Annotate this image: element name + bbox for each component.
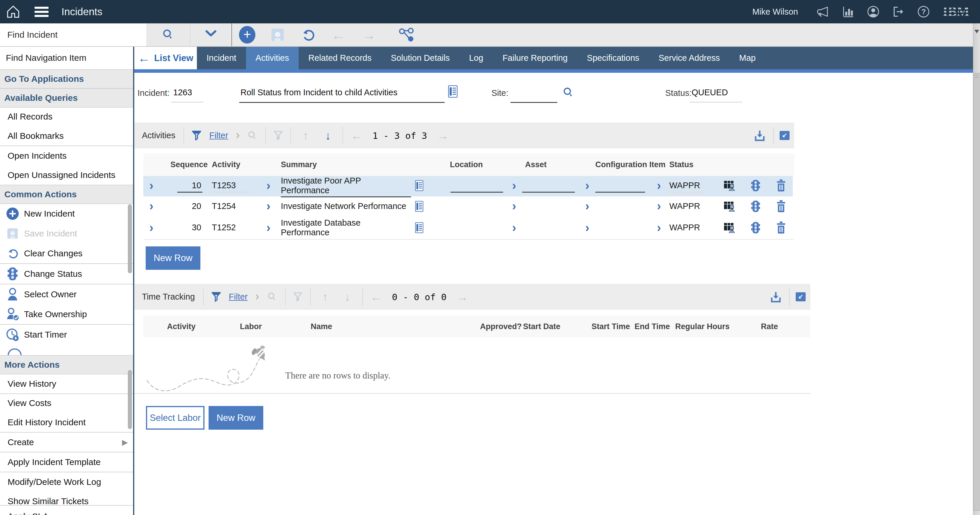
column-header[interactable]: Configuration Item: [595, 160, 651, 169]
detail-menu-icon[interactable]: ›: [512, 179, 516, 194]
query-open-incidents[interactable]: Open Incidents: [0, 146, 134, 165]
filter-link[interactable]: Filter: [209, 131, 228, 140]
tab[interactable]: Specifications: [577, 47, 649, 69]
filter-link[interactable]: Filter: [229, 292, 248, 302]
go-to-applications[interactable]: Go To Applications: [0, 69, 134, 89]
tab[interactable]: Incident: [197, 47, 246, 69]
logout-icon[interactable]: [892, 5, 905, 18]
home-icon[interactable]: [6, 5, 21, 19]
detail-menu-icon[interactable]: ›: [585, 222, 589, 236]
long-description-icon[interactable]: [415, 201, 423, 214]
summary-value[interactable]: Investigate Network Performance: [281, 201, 411, 213]
tab[interactable]: Map: [730, 47, 765, 69]
user-name[interactable]: Mike Wilson: [752, 7, 798, 17]
location-value[interactable]: [450, 201, 503, 213]
expand-row-icon[interactable]: ›: [150, 200, 154, 214]
find-record-input[interactable]: [0, 30, 146, 40]
column-header[interactable]: Asset: [522, 160, 579, 169]
detail-menu-icon[interactable]: ›: [512, 200, 516, 214]
workflow-routing-button[interactable]: [384, 24, 428, 46]
column-header[interactable]: Start Date: [521, 322, 589, 331]
collapse-icon[interactable]: ↙: [780, 131, 789, 140]
menu-icon[interactable]: [35, 7, 49, 17]
detail-menu-icon[interactable]: ›: [512, 222, 516, 236]
activity-row[interactable]: › 10 T1253 › Investigate Poor APP Perfor…: [143, 176, 793, 196]
sequence-value[interactable]: 30: [177, 223, 202, 235]
location-value[interactable]: [450, 181, 503, 193]
summary-value[interactable]: Investigate Database Performance: [281, 218, 411, 239]
column-header[interactable]: Regular Hours: [673, 322, 758, 331]
page-scrollbar[interactable]: [973, 24, 980, 515]
action-view-costs[interactable]: View Costs: [0, 393, 134, 413]
detail-menu-icon[interactable]: ›: [267, 179, 270, 194]
assignment-icon[interactable]: [724, 180, 735, 193]
time-tracking-new-row-button[interactable]: New Row: [208, 406, 263, 429]
detail-menu-icon[interactable]: ›: [585, 200, 589, 214]
download-icon[interactable]: [769, 290, 782, 303]
sequence-value[interactable]: 20: [177, 201, 202, 213]
tab[interactable]: Related Records: [299, 47, 381, 69]
column-header[interactable]: Labor: [237, 322, 307, 331]
action-view-history[interactable]: View History: [0, 374, 134, 393]
saved-query-dropdown[interactable]: [191, 24, 231, 46]
assignment-icon[interactable]: [724, 201, 735, 214]
site-lookup-icon[interactable]: [562, 87, 574, 100]
chart-icon[interactable]: [842, 5, 855, 18]
announcement-icon[interactable]: [816, 5, 830, 18]
column-header[interactable]: Location: [427, 160, 506, 169]
sidebar-scrollbar[interactable]: [128, 370, 132, 429]
list-view-back-button[interactable]: ← List View: [134, 47, 197, 69]
sidebar-scrollbar[interactable]: [128, 204, 132, 273]
filter-icon[interactable]: [192, 130, 202, 141]
new-record-button[interactable]: +: [232, 24, 262, 46]
asset-value[interactable]: [522, 181, 575, 193]
column-header[interactable]: Approved?: [477, 322, 521, 331]
detail-menu-icon[interactable]: ›: [585, 179, 589, 194]
find-navigation-item[interactable]: Find Navigation Item: [0, 47, 134, 69]
delete-icon[interactable]: [776, 200, 786, 214]
action-new-incident[interactable]: New Incident: [0, 204, 133, 223]
sequence-value[interactable]: 10: [177, 181, 202, 193]
column-header[interactable]: Activity: [143, 322, 237, 331]
profile-icon[interactable]: [867, 5, 880, 18]
summary-field-value[interactable]: Roll Status from Incident to child Activ…: [240, 88, 398, 97]
scroll-down-arrow-icon[interactable]: [974, 30, 979, 33]
query-all-bookmarks[interactable]: All Bookmarks: [0, 126, 134, 146]
activity-row[interactable]: › 20 T1254 › Investigate Network Perform…: [143, 197, 793, 217]
tab[interactable]: Failure Reporting: [493, 47, 577, 69]
scrollbar-thumb[interactable]: [974, 73, 980, 510]
filter-icon[interactable]: [211, 292, 221, 302]
action-apply-sla[interactable]: Apply SLA: [0, 507, 134, 515]
column-header[interactable]: Start Time: [589, 322, 632, 331]
assignment-icon[interactable]: [724, 222, 735, 235]
action-create-submenu[interactable]: Create ▶: [0, 433, 134, 452]
query-all-records[interactable]: All Records: [0, 107, 134, 126]
action-change-status[interactable]: Change Status: [0, 264, 133, 284]
help-icon[interactable]: ?: [917, 5, 930, 18]
location-value[interactable]: [450, 223, 503, 235]
clear-changes-button[interactable]: [293, 24, 323, 46]
summary-value[interactable]: Investigate Poor APP Performance: [281, 176, 411, 197]
detail-menu-icon[interactable]: ›: [267, 222, 270, 236]
column-header[interactable]: Status: [667, 160, 715, 169]
column-header[interactable]: End Time: [632, 322, 673, 331]
detail-menu-icon[interactable]: ›: [267, 200, 270, 214]
traffic-light-icon[interactable]: [751, 200, 760, 215]
filter-expand-icon[interactable]: ›: [255, 290, 259, 304]
activity-row[interactable]: › 30 T1252 › Investigate Database Perfor…: [143, 218, 793, 239]
asset-value[interactable]: [522, 223, 575, 235]
download-icon[interactable]: [753, 129, 766, 142]
expand-row-icon[interactable]: ›: [150, 222, 154, 236]
config-item-value[interactable]: [595, 223, 645, 235]
tab[interactable]: Activities: [246, 47, 299, 69]
column-header[interactable]: Sequence: [159, 160, 208, 169]
expand-row-icon[interactable]: ›: [150, 179, 154, 194]
action-edit-history-incident[interactable]: Edit History Incident: [0, 413, 134, 432]
action-apply-incident-template[interactable]: Apply Incident Template: [0, 452, 134, 472]
column-header[interactable]: Activity: [208, 160, 260, 169]
filter-expand-icon[interactable]: ›: [236, 129, 240, 143]
long-description-icon[interactable]: [415, 180, 423, 193]
tab[interactable]: Solution Details: [381, 47, 460, 69]
delete-icon[interactable]: [776, 179, 786, 194]
delete-icon[interactable]: [776, 222, 786, 236]
